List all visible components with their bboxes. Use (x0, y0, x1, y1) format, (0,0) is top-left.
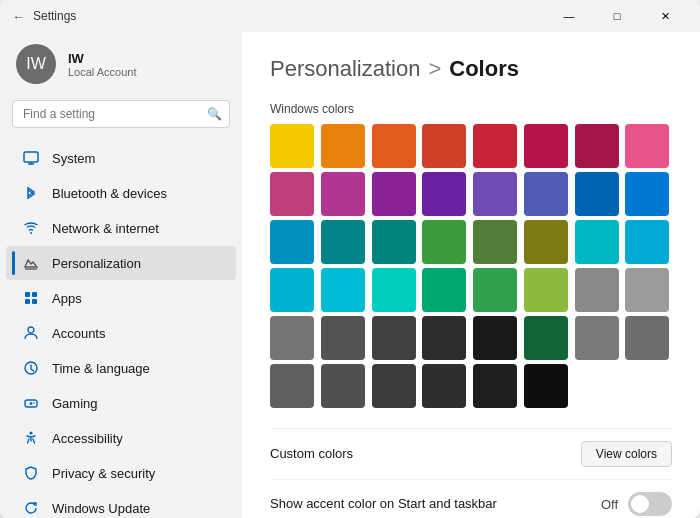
breadcrumb-separator: > (428, 56, 441, 82)
maximize-button[interactable]: □ (594, 0, 640, 32)
breadcrumb-section[interactable]: Personalization (270, 56, 420, 82)
color-swatch[interactable] (524, 316, 568, 360)
sidebar-item-gaming-label: Gaming (52, 396, 98, 411)
color-swatch[interactable] (625, 316, 669, 360)
sidebar-item-apps[interactable]: Apps (6, 281, 236, 315)
svg-rect-6 (32, 299, 37, 304)
color-swatch[interactable] (575, 220, 619, 264)
color-swatch[interactable] (270, 268, 314, 312)
sidebar-item-accounts-label: Accounts (52, 326, 105, 341)
svg-point-7 (28, 327, 34, 333)
color-swatch[interactable] (625, 124, 669, 168)
color-swatch[interactable] (575, 268, 619, 312)
color-swatch[interactable] (321, 364, 365, 408)
back-icon[interactable]: ← (12, 9, 25, 24)
custom-colors-label: Custom colors (270, 445, 353, 463)
color-swatch[interactable] (270, 220, 314, 264)
color-swatch[interactable] (524, 172, 568, 216)
color-swatch[interactable] (422, 220, 466, 264)
search-input[interactable] (12, 100, 230, 128)
color-swatch[interactable] (270, 124, 314, 168)
setting-accent-taskbar-right: Off (601, 492, 672, 516)
time-icon (22, 359, 40, 377)
color-swatch[interactable] (625, 172, 669, 216)
color-swatch[interactable] (524, 220, 568, 264)
color-swatch[interactable] (321, 220, 365, 264)
settings-window: ← Settings — □ ✕ IW IW Local Account 🔍 (0, 0, 700, 518)
color-swatch[interactable] (524, 364, 568, 408)
close-button[interactable]: ✕ (642, 0, 688, 32)
sidebar-item-bluetooth-label: Bluetooth & devices (52, 186, 167, 201)
color-swatch[interactable] (321, 124, 365, 168)
color-swatch[interactable] (321, 172, 365, 216)
color-swatch[interactable] (372, 364, 416, 408)
color-swatch[interactable] (473, 220, 517, 264)
color-swatch[interactable] (372, 172, 416, 216)
color-swatch[interactable] (473, 124, 517, 168)
user-section[interactable]: IW IW Local Account (0, 32, 242, 94)
sidebar-item-time[interactable]: Time & language (6, 351, 236, 385)
sidebar-item-update[interactable]: Windows Update (6, 491, 236, 518)
svg-rect-3 (25, 292, 30, 297)
accessibility-icon (22, 429, 40, 447)
network-icon (22, 219, 40, 237)
titlebar-title: Settings (33, 9, 76, 23)
sidebar-item-personalization[interactable]: Personalization (6, 246, 236, 280)
color-grid (270, 124, 672, 408)
sidebar-item-personalization-label: Personalization (52, 256, 141, 271)
color-swatch[interactable] (321, 268, 365, 312)
color-swatch[interactable] (575, 316, 619, 360)
sidebar: IW IW Local Account 🔍 System (0, 32, 242, 518)
sidebar-item-gaming[interactable]: Gaming (6, 386, 236, 420)
sidebar-item-privacy[interactable]: Privacy & security (6, 456, 236, 490)
color-swatch[interactable] (473, 172, 517, 216)
titlebar-left: ← Settings (12, 9, 76, 24)
color-swatch[interactable] (270, 316, 314, 360)
color-swatch[interactable] (625, 220, 669, 264)
sidebar-item-network-label: Network & internet (52, 221, 159, 236)
breadcrumb-current: Colors (449, 56, 519, 82)
sidebar-item-apps-label: Apps (52, 291, 82, 306)
svg-point-12 (33, 402, 35, 404)
color-swatch[interactable] (270, 364, 314, 408)
sidebar-item-network[interactable]: Network & internet (6, 211, 236, 245)
setting-accent-taskbar-status: Off (601, 497, 618, 512)
view-colors-button[interactable]: View colors (581, 441, 672, 467)
color-swatch[interactable] (422, 268, 466, 312)
color-swatch[interactable] (372, 220, 416, 264)
minimize-button[interactable]: — (546, 0, 592, 32)
sidebar-item-bluetooth[interactable]: Bluetooth & devices (6, 176, 236, 210)
svg-rect-0 (24, 152, 38, 162)
color-swatch[interactable] (473, 364, 517, 408)
color-swatch[interactable] (270, 172, 314, 216)
sidebar-item-system[interactable]: System (6, 141, 236, 175)
color-swatch[interactable] (575, 172, 619, 216)
personalization-icon (22, 254, 40, 272)
color-swatch[interactable] (321, 316, 365, 360)
sidebar-item-accounts[interactable]: Accounts (6, 316, 236, 350)
color-swatch[interactable] (372, 316, 416, 360)
svg-rect-4 (32, 292, 37, 297)
privacy-icon (22, 464, 40, 482)
color-swatch[interactable] (524, 268, 568, 312)
color-swatch[interactable] (575, 124, 619, 168)
color-swatch[interactable] (422, 124, 466, 168)
accent-taskbar-toggle[interactable] (628, 492, 672, 516)
color-swatch[interactable] (372, 268, 416, 312)
window-content: IW IW Local Account 🔍 System (0, 32, 700, 518)
color-swatch[interactable] (524, 124, 568, 168)
setting-accent-taskbar-label: Show accent color on Start and taskbar (270, 495, 497, 513)
color-swatch[interactable] (473, 268, 517, 312)
nav-list: System Bluetooth & devices Network & int… (0, 138, 242, 518)
color-swatch[interactable] (473, 316, 517, 360)
titlebar-controls: — □ ✕ (546, 0, 688, 32)
color-swatch[interactable] (372, 124, 416, 168)
color-swatch[interactable] (422, 364, 466, 408)
user-account-type: Local Account (68, 66, 137, 78)
color-swatch[interactable] (422, 316, 466, 360)
color-swatch[interactable] (625, 268, 669, 312)
apps-icon (22, 289, 40, 307)
user-name: IW (68, 51, 137, 66)
sidebar-item-accessibility[interactable]: Accessibility (6, 421, 236, 455)
color-swatch[interactable] (422, 172, 466, 216)
